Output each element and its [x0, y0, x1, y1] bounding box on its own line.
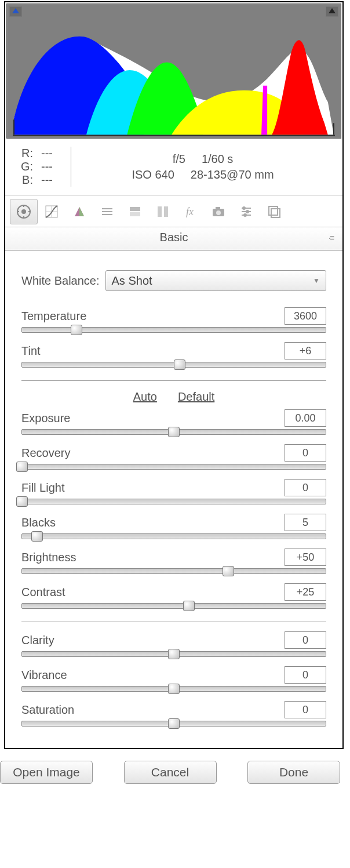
contrast-input[interactable] — [285, 583, 326, 601]
saturation-row: Saturation — [21, 701, 326, 727]
b-value: --- — [33, 173, 53, 187]
recovery-label: Recovery — [21, 446, 70, 460]
svg-point-6 — [21, 209, 26, 214]
blacks-slider[interactable] — [21, 533, 326, 539]
divider — [21, 380, 326, 381]
contrast-slider[interactable] — [21, 603, 326, 609]
exposure-label: Exposure — [21, 412, 71, 425]
clarity-input[interactable] — [285, 631, 326, 649]
default-link[interactable]: Default — [178, 390, 214, 404]
highlight-clip-toggle[interactable] — [326, 6, 338, 17]
svg-rect-33 — [269, 206, 278, 215]
contrast-label: Contrast — [21, 586, 65, 599]
white-balance-label: White Balance: — [21, 274, 100, 288]
svg-rect-22 — [164, 206, 168, 217]
blacks-input[interactable] — [285, 514, 326, 531]
tab-detail[interactable] — [65, 199, 93, 224]
g-label: G: — [13, 160, 33, 173]
panel-menu-icon[interactable]: ∙≡ — [329, 233, 333, 242]
readout-row: R:--- G:--- B:--- f/51/60 s ISO 64028-13… — [5, 140, 342, 195]
tab-lens-corrections[interactable] — [149, 199, 177, 224]
temperature-slider[interactable] — [21, 327, 326, 333]
saturation-thumb[interactable] — [168, 718, 180, 729]
tab-tone-curve[interactable] — [38, 199, 65, 224]
histogram-svg — [10, 20, 337, 137]
fill-light-row: Fill Light — [21, 479, 326, 504]
recovery-row: Recovery — [21, 444, 326, 470]
brightness-row: Brightness — [21, 549, 326, 574]
exposure-input[interactable] — [285, 409, 326, 427]
clarity-label: Clarity — [21, 634, 54, 647]
lens-value: 28-135@70 mm — [191, 168, 274, 181]
fill-light-thumb[interactable] — [16, 496, 28, 507]
blacks-label: Blacks — [21, 516, 56, 529]
svg-marker-1 — [329, 8, 336, 13]
vibrance-input[interactable] — [285, 666, 326, 684]
recovery-slider[interactable] — [21, 464, 326, 470]
exposure-slider[interactable] — [21, 429, 326, 435]
tint-thumb[interactable] — [174, 359, 185, 370]
white-balance-select[interactable]: As Shot ▼ — [105, 270, 326, 291]
tint-row: Tint — [21, 342, 326, 368]
tab-basic[interactable] — [10, 199, 38, 224]
svg-marker-15 — [79, 207, 84, 216]
brightness-thumb[interactable] — [223, 566, 234, 576]
contrast-thumb[interactable] — [183, 601, 195, 611]
tint-label: Tint — [21, 344, 41, 358]
tab-split-toning[interactable] — [121, 199, 149, 224]
histogram — [6, 3, 341, 139]
fill-light-label: Fill Light — [21, 481, 64, 495]
panel-title: Basic — [160, 231, 188, 244]
svg-rect-20 — [130, 212, 140, 216]
tint-input[interactable] — [285, 342, 326, 359]
cancel-button[interactable]: Cancel — [124, 761, 217, 784]
fill-light-input[interactable] — [285, 479, 326, 496]
recovery-thumb[interactable] — [16, 462, 28, 472]
footer-buttons: Open Image Cancel Done — [0, 749, 344, 786]
svg-rect-21 — [158, 206, 162, 217]
tab-snapshots[interactable] — [260, 199, 288, 224]
vibrance-row: Vibrance — [21, 666, 326, 692]
exif-readout: f/51/60 s ISO 64028-135@70 mm — [71, 147, 334, 187]
saturation-slider[interactable] — [21, 721, 326, 727]
svg-point-31 — [246, 210, 249, 213]
chevron-down-icon: ▼ — [313, 277, 320, 285]
iso-value: ISO 640 — [132, 168, 174, 181]
temperature-input[interactable] — [285, 307, 326, 325]
white-balance-value: As Shot — [112, 274, 152, 288]
tint-slider[interactable] — [21, 362, 326, 368]
r-label: R: — [13, 147, 33, 160]
r-value: --- — [33, 147, 53, 160]
tab-hsl[interactable] — [93, 199, 121, 224]
rgb-readout: R:--- G:--- B:--- — [13, 147, 71, 187]
tab-effects[interactable]: fx — [177, 199, 205, 224]
panel-title-bar[interactable]: Basic ∙≡ — [5, 227, 342, 250]
done-button[interactable]: Done — [247, 761, 340, 784]
shutter-value: 1/60 s — [202, 152, 233, 166]
divider — [21, 622, 326, 622]
tab-presets[interactable] — [232, 199, 260, 224]
blacks-thumb[interactable] — [31, 531, 43, 542]
clarity-slider[interactable] — [21, 651, 326, 657]
temperature-row: Temperature — [21, 307, 326, 333]
fill-light-slider[interactable] — [21, 499, 326, 504]
recovery-input[interactable] — [285, 444, 326, 462]
shadow-clip-toggle[interactable] — [9, 6, 22, 17]
tab-camera-calibration[interactable] — [205, 199, 232, 224]
basic-panel-body: White Balance: As Shot ▼ Temperature Tin… — [5, 250, 342, 745]
svg-rect-19 — [130, 207, 140, 211]
brightness-input[interactable] — [285, 549, 326, 566]
aperture-value: f/5 — [173, 152, 185, 166]
vibrance-label: Vibrance — [21, 669, 67, 682]
svg-point-26 — [216, 210, 221, 215]
auto-link[interactable]: Auto — [133, 390, 157, 404]
brightness-slider[interactable] — [21, 568, 326, 574]
exposure-thumb[interactable] — [168, 427, 180, 437]
blacks-row: Blacks — [21, 514, 326, 539]
vibrance-thumb[interactable] — [168, 684, 180, 694]
saturation-input[interactable] — [285, 701, 326, 718]
clarity-thumb[interactable] — [168, 649, 180, 659]
temperature-thumb[interactable] — [71, 325, 82, 335]
vibrance-slider[interactable] — [21, 686, 326, 692]
open-image-button[interactable]: Open Image — [0, 761, 93, 784]
